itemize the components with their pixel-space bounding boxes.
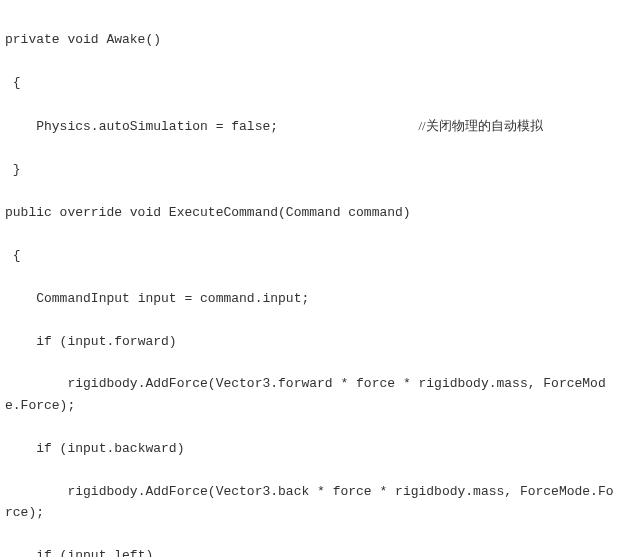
code-line: { [5,72,618,93]
code-line: rigidbody.AddForce(Vector3.forward * for… [5,373,618,416]
code-comment: //关闭物理的自动模拟 [418,118,542,133]
code-snippet: private void Awake() { Physics.autoSimul… [5,8,618,557]
code-line: } [5,159,618,180]
code-line: public override void ExecuteCommand(Comm… [5,202,618,223]
code-line: Physics.autoSimulation = false; //关闭物理的自… [5,115,618,137]
code-line: private void Awake() [5,29,618,50]
code-line: if (input.left) [5,545,618,557]
code-line: rigidbody.AddForce(Vector3.back * force … [5,481,618,524]
code-line: { [5,245,618,266]
code-text: Physics.autoSimulation = false; [5,119,418,134]
code-line: if (input.backward) [5,438,618,459]
code-line: if (input.forward) [5,331,618,352]
code-line: CommandInput input = command.input; [5,288,618,309]
